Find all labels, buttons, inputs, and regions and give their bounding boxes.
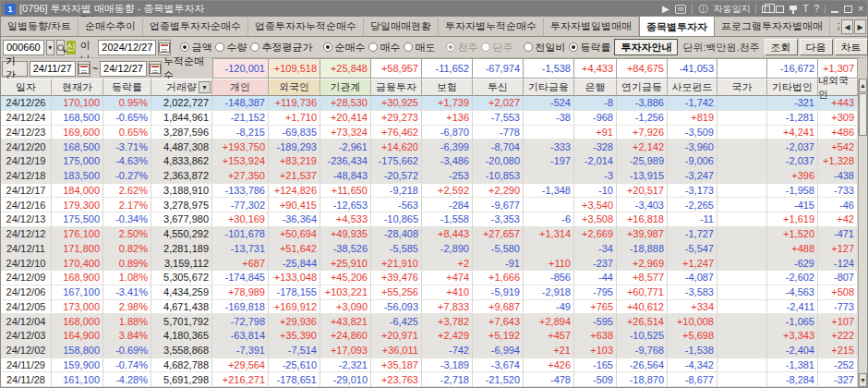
table-row[interactable]: 24/12/11171,8000.82%2,281,189-13,731+51,… — [1, 242, 858, 257]
column-header-government[interactable]: 국가 — [717, 79, 767, 96]
scroll-down-icon[interactable]: ▼ — [859, 373, 867, 387]
radio-amount-group-1[interactable]: 수량 — [215, 41, 247, 55]
column-header-date[interactable]: 일자 — [1, 79, 52, 96]
tab-investor-cumulative-net-buy[interactable]: 투자자별누적순매수 — [439, 16, 544, 36]
text-tool-icon[interactable]: T — [802, 5, 808, 14]
column-header-institution-total[interactable]: 기관계 — [320, 79, 371, 96]
date-picker-button[interactable] — [158, 40, 171, 55]
close-button[interactable]: × — [858, 5, 863, 14]
column-header-investment-trust[interactable]: 투신 — [473, 79, 524, 96]
minimize-button[interactable] — [831, 11, 838, 13]
table-row[interactable]: 24/12/05173,0002.98%4,671,438-169,818+16… — [1, 300, 858, 315]
stock-search-button[interactable] — [56, 40, 65, 55]
tab-sector-investor-cumulative-net-buy[interactable]: 업종투자자누적순매수 — [248, 16, 364, 36]
cell-other-corporation: -321 — [767, 96, 818, 111]
column-header-bank[interactable]: 은행 — [574, 79, 617, 96]
radio-icon — [323, 42, 332, 52]
table-row[interactable]: 24/12/10170,4000.89%3,159,112+687-25,844… — [1, 256, 858, 271]
table-row[interactable]: 24/12/18183,500-0.27%2,363,872+27,350+21… — [1, 169, 858, 184]
table-row[interactable]: 24/12/09168,9001.08%5,305,672-174,845+13… — [1, 271, 858, 285]
column-header-individual[interactable]: 개인 — [212, 79, 269, 96]
column-header-financial-investment[interactable]: 금융투자 — [371, 79, 422, 96]
column-header-insurance[interactable]: 보험 — [422, 79, 473, 96]
table-row[interactable]: 24/12/24168,500-0.65%1,844,961-21,152+1,… — [1, 111, 858, 126]
cell-price: 173,000 — [52, 300, 103, 315]
cell-other-corporation: +396 — [767, 169, 818, 184]
table-row[interactable]: 24/12/06167,100-3.41%4,434,259+78,989-17… — [1, 285, 858, 300]
window-layout-icon[interactable] — [762, 6, 770, 13]
cell-volume: 4,434,259 — [151, 285, 212, 300]
table-row[interactable]: 24/12/20168,500-3.71%4,487,308+193,750-1… — [1, 139, 858, 154]
maximize-button[interactable] — [844, 6, 852, 13]
column-header-change-rate[interactable]: 등락률 — [103, 79, 151, 96]
radio-amount-group-0[interactable]: 금액 — [180, 41, 211, 55]
column-header-other-finance[interactable]: 기타금융 — [524, 79, 574, 96]
period-from-calendar-button[interactable] — [78, 61, 90, 77]
tab-scroll-left-icon[interactable]: ◀ — [841, 19, 853, 34]
table-row[interactable]: 24/12/17184,0002.62%3,188,910-133,786+12… — [1, 184, 858, 199]
period-to-input[interactable]: 24/12/27 — [100, 61, 147, 77]
table-row[interactable]: 24/12/23169,6000.65%3,287,596-8,215-69,8… — [1, 126, 858, 140]
column-header-private-equity[interactable]: 사모펀드 — [668, 79, 717, 96]
window-copy-icon[interactable] — [776, 6, 784, 13]
tab-investor-daily-trading[interactable]: 투자자별일별매매 — [544, 16, 639, 36]
cell-investment-trust: -3,353 — [473, 212, 524, 227]
tab-program-trading-more[interactable]: 프로그램투 — [830, 16, 839, 36]
table-row[interactable]: 24/12/03164,9003.84%4,180,365-63,814+35,… — [1, 329, 858, 344]
column-header-pension-fund[interactable]: 연기금등 — [617, 79, 668, 96]
cell-financial-investment: +29,273 — [371, 111, 422, 126]
pin-icon[interactable] — [790, 6, 797, 10]
scroll-up-icon[interactable]: ▲ — [859, 79, 867, 92]
column-header-foreigner[interactable]: 외국인 — [269, 79, 320, 96]
tab-stock-by-investor[interactable]: 종목별투자자 — [639, 16, 715, 36]
next-button[interactable]: 다음 — [800, 39, 833, 55]
cell-price: 158,800 — [52, 344, 103, 358]
column-header-price[interactable]: 현재가 — [52, 79, 103, 96]
help-icon[interactable]: ? — [814, 5, 820, 14]
volume-sort-dropdown-icon[interactable]: ▼ — [199, 81, 211, 93]
cell-foreign-domestic: +215 — [818, 344, 858, 358]
investor-guide-button[interactable]: 투자자안내 — [614, 39, 678, 55]
table-row[interactable]: 24/12/02158,800-0.69%3,558,868-7,391-7,5… — [1, 344, 858, 358]
column-header-volume[interactable]: 거래량▼ — [151, 79, 212, 96]
stock-code-dropdown-icon[interactable]: ▼ — [46, 40, 54, 55]
column-header-foreign-domestic[interactable]: 내외국인 — [818, 79, 858, 96]
radio-display-group-1[interactable]: 등락률 — [569, 41, 610, 55]
radio-side-group-2[interactable]: 매도 — [404, 41, 435, 55]
table-row[interactable]: 24/12/16179,3002.17%3,278,975-77,302+90,… — [1, 198, 858, 212]
tab-net-buy-trend[interactable]: 순매수추이 — [78, 16, 143, 36]
date-input[interactable]: 2024/12/27 — [98, 40, 156, 55]
table-row[interactable]: 24/12/26170,1000.95%2,022,727-148,387+11… — [1, 96, 858, 111]
tab-today-trading-status[interactable]: 당일매매현황 — [364, 16, 439, 36]
radio-side-group-1[interactable]: 매수 — [368, 41, 400, 55]
cell-insurance: -253 — [422, 169, 473, 184]
table-row[interactable]: 24/12/04168,0001.88%5,701,792-72,798+29,… — [1, 314, 858, 329]
tab-sector-investor-net-buy[interactable]: 업종별투자자순매수 — [143, 16, 248, 36]
radio-side-group-0[interactable]: 순매수 — [323, 41, 365, 55]
radio-amount-group-2[interactable]: 추정평균가 — [250, 41, 312, 55]
radio-display-group-0[interactable]: 전일비 — [524, 41, 565, 55]
table-row[interactable]: 24/12/13175,500-0.34%3,677,980+30,169-36… — [1, 212, 858, 227]
tab-daily-trend-chart[interactable]: 일별동향/차트 — [1, 16, 78, 36]
stock-code-input[interactable]: 000660 — [3, 40, 44, 55]
chart-button[interactable]: 차트 — [835, 39, 868, 55]
info-icon[interactable]: ⓘ — [698, 5, 707, 14]
m-mode-icon[interactable]: m — [675, 5, 687, 14]
play-icon[interactable]: ▶ — [662, 5, 669, 14]
table-row[interactable]: 24/12/12176,1002.50%4,550,292-101,678+50… — [1, 227, 858, 242]
query-button[interactable]: 조회 — [765, 39, 798, 55]
auto-journal-label[interactable]: 자동일지 — [713, 5, 750, 14]
cell-date: 24/11/28 — [1, 372, 52, 387]
scrollbar-track[interactable] — [859, 136, 867, 373]
table-row[interactable]: 24/11/28161,100-4.28%5,691,298+216,271-1… — [1, 372, 858, 387]
period-to-calendar-button[interactable] — [149, 61, 162, 77]
table-row[interactable]: 24/12/19175,000-4.63%4,833,862+153,924+8… — [1, 154, 858, 169]
period-from-input[interactable]: 24/11/27 — [30, 61, 76, 77]
radio-label: 매수 — [380, 41, 400, 55]
tab-program-investor-trading[interactable]: 프로그램투자자별매매 — [715, 16, 830, 36]
scrollbar-thumb[interactable] — [859, 93, 867, 136]
column-header-other-corporation[interactable]: 기타법인 — [767, 79, 818, 96]
tab-scroll-right-icon[interactable]: ▶ — [854, 19, 866, 34]
table-row[interactable]: 24/11/29159,900-0.74%4,682,788+29,564-25… — [1, 358, 858, 373]
vertical-scrollbar[interactable]: ▲ ▼ — [858, 79, 867, 387]
